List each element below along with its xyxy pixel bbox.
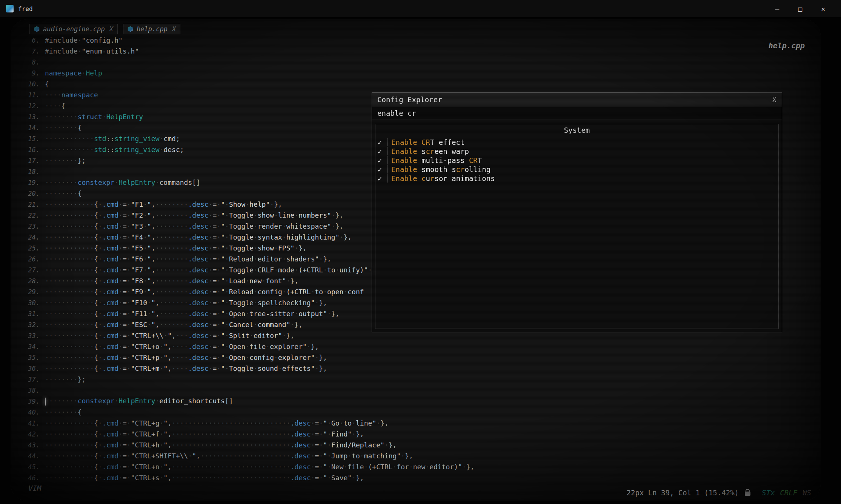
config-item[interactable]: ✓Enable multi-pass CRT [375, 156, 778, 165]
line-number: 14. [21, 124, 40, 132]
config-item[interactable]: ✓Enable cursor animations [375, 174, 778, 183]
whitespace-dot: · [61, 146, 65, 154]
code-line[interactable]: 43.············{·.cmd·=·"CTRL+h·",······… [21, 439, 474, 450]
whitespace-dot: · [176, 321, 180, 329]
code-token: ············{· [45, 353, 102, 361]
code-token: ·=· [311, 474, 323, 482]
match-highlight: Enable [391, 147, 417, 155]
config-item[interactable]: ✓Enable smooth scrolling [375, 165, 778, 174]
tab-close-icon[interactable]: X [172, 25, 176, 33]
whitespace-dot: · [90, 353, 94, 361]
whitespace-dot: · [163, 222, 168, 230]
code-line[interactable]: 42.············{·.cmd·=·"CTRL+f·",······… [21, 429, 474, 439]
config-results-box: System ✓Enable CRT effect✓Enable screen … [375, 124, 779, 329]
checkbox-checked-icon[interactable]: ✓ [378, 147, 387, 155]
checkbox-checked-icon[interactable]: ✓ [378, 165, 387, 174]
maximize-button[interactable]: □ [798, 5, 802, 13]
window-title: fred [18, 5, 33, 12]
code-token: ·=· [118, 200, 131, 208]
whitespace-dot: · [69, 474, 74, 482]
whitespace-dot: · [45, 146, 49, 154]
tab-close-icon[interactable]: X [109, 25, 113, 33]
whitespace-dot: · [53, 178, 57, 186]
whitespace-dot: · [163, 321, 168, 329]
code-token: string_view [114, 146, 159, 154]
code-token: [] [225, 397, 233, 405]
code-line[interactable]: 6.#include·"config.h" [21, 35, 474, 46]
whitespace-dot: · [118, 255, 123, 263]
code-line[interactable]: 45.············{·.cmd·=·"CTRL+n·",······… [21, 461, 474, 472]
tab-help-cpp[interactable]: help.cpp X [123, 24, 180, 34]
code-text: ····{ [45, 102, 65, 110]
code-line[interactable]: 37.········}; [21, 374, 474, 385]
code-line[interactable]: 10.{ [21, 78, 474, 89]
whitespace-dot: · [163, 200, 168, 208]
checkbox-checked-icon[interactable]: ✓ [378, 156, 387, 164]
close-button[interactable]: ✕ [821, 5, 825, 13]
code-token: .cmd [102, 222, 118, 230]
whitespace-dot: · [176, 463, 180, 471]
tab-audio-engine-cpp[interactable]: audio-engine.cpp X [29, 24, 118, 34]
config-item[interactable]: ✓Enable screen warp [375, 147, 778, 156]
code-line[interactable]: 8. [21, 57, 474, 68]
whitespace-dot: · [74, 135, 78, 143]
whitespace-dot: · [376, 419, 380, 427]
code-text: ········constexpr·HelpEntry·editor_short… [45, 397, 233, 406]
code-line[interactable]: 41.············{·.cmd·=·"CTRL+g·",······… [21, 418, 474, 429]
code-line[interactable]: 34.············{·.cmd·=·"CTRL+o·",····.d… [21, 341, 474, 352]
whitespace-dot: · [86, 474, 90, 482]
whitespace-dot: · [98, 255, 102, 263]
whitespace-dot: · [61, 178, 65, 186]
whitespace-dot: · [160, 364, 164, 372]
code-line[interactable]: 38. [21, 385, 474, 396]
whitespace-dot: · [180, 299, 184, 307]
checkbox-checked-icon[interactable]: ✓ [378, 138, 387, 146]
code-token: .desc [188, 277, 209, 285]
config-search-input[interactable]: enable cr [372, 106, 782, 120]
config-item[interactable]: ✓Enable CRT effect [375, 138, 778, 147]
whitespace-dot: · [315, 299, 319, 307]
code-line[interactable]: 7.#include·"enum-utils.h" [21, 46, 474, 57]
code-line[interactable]: 40.········{ [21, 407, 474, 418]
whitespace-dot: · [237, 474, 241, 482]
whitespace-dot: · [282, 474, 286, 482]
whitespace-dot: · [176, 474, 180, 482]
code-token: ,···· [168, 353, 188, 361]
whitespace-dot: · [49, 222, 53, 230]
whitespace-dot: · [192, 463, 196, 471]
code-line[interactable]: 9.namespace·Help [21, 68, 474, 78]
code-line[interactable]: 39.········constexpr·HelpEntry·editor_sh… [21, 396, 474, 407]
whitespace-dot: · [225, 266, 229, 274]
checkbox-checked-icon[interactable]: ✓ [378, 174, 387, 183]
whitespace-dot: · [57, 233, 61, 241]
whitespace-dot: · [90, 288, 94, 296]
code-token: "enum-utils.h" [82, 47, 139, 55]
code-token: ············ [45, 146, 94, 154]
match-highlight: Enable [391, 156, 417, 164]
whitespace-dot: · [61, 255, 65, 263]
whitespace-dot: · [160, 255, 164, 263]
whitespace-dot: · [57, 222, 61, 230]
whitespace-dot: · [196, 474, 200, 482]
code-line[interactable]: 36.············{·.cmd·=·"CTRL+m·",····.d… [21, 363, 474, 374]
code-line[interactable]: 44.············{·.cmd·=·"CTRL+SHIFT+\\·"… [21, 450, 474, 461]
config-close-icon[interactable]: X [772, 95, 776, 104]
whitespace-dot: · [160, 430, 164, 438]
whitespace-dot: · [118, 463, 123, 471]
whitespace-dot: · [172, 266, 176, 274]
code-text: ········{ [45, 189, 82, 197]
minimize-button[interactable]: — [775, 5, 779, 13]
whitespace-dot: · [53, 288, 57, 296]
whitespace-dot: · [45, 113, 49, 121]
whitespace-dot: · [57, 266, 61, 274]
whitespace-dot: · [319, 419, 323, 427]
whitespace-dot: · [176, 441, 180, 449]
whitespace-dot: · [69, 332, 74, 340]
line-number: 31. [21, 310, 40, 318]
whitespace-dot: · [311, 463, 315, 471]
code-line[interactable]: 46.············{·.cmd·=·"CTRL+s·",······… [21, 472, 474, 483]
whitespace-dot: · [57, 364, 61, 372]
code-line[interactable]: 35.············{·.cmd·=·"CTRL+p·",····.d… [21, 352, 474, 363]
code-token: HelpEntry [118, 397, 155, 405]
whitespace-dot: · [176, 233, 180, 241]
